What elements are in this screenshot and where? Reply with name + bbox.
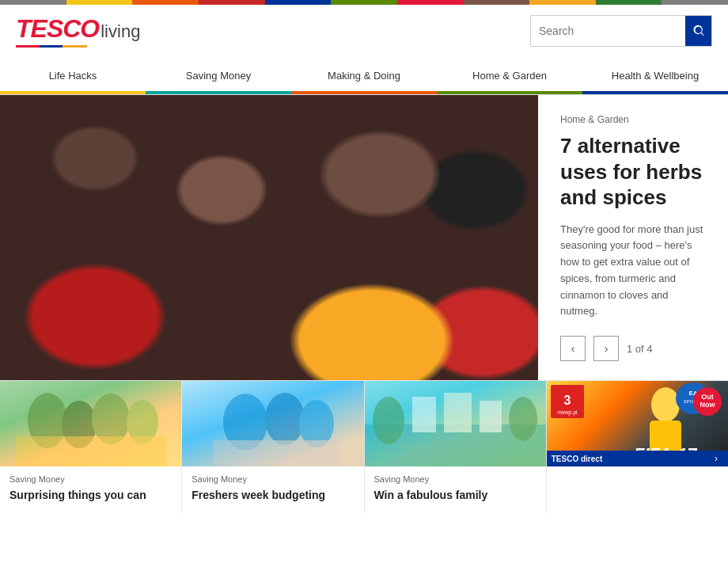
svg-rect-11: [444, 393, 472, 432]
hero-title: 7 alternative uses for herbs and spices: [560, 133, 706, 211]
search-bar: [530, 15, 712, 47]
cards-row: Saving Money Surprising things you can S…: [0, 381, 728, 513]
card-1: Saving Money Surprising things you can: [0, 381, 182, 513]
card-2: Saving Money Freshers week budgeting: [182, 381, 364, 513]
card-2-image: [182, 381, 363, 466]
nav-item-health-wellbeing[interactable]: Health & Wellbeing: [582, 57, 728, 94]
nav-item-saving-money[interactable]: Saving Money: [146, 57, 291, 94]
search-input[interactable]: [531, 16, 685, 46]
hero-prev-button[interactable]: ‹: [560, 336, 586, 361]
card-3-body: Saving Money Win a fabulous family: [365, 466, 546, 513]
card-2-title: Freshers week budgeting: [191, 488, 354, 502]
card-2-body: Saving Money Freshers week budgeting: [182, 466, 363, 513]
card-2-category: Saving Money: [191, 474, 354, 484]
hero-next-button[interactable]: ›: [593, 336, 619, 361]
svg-rect-10: [412, 397, 436, 432]
hero-section: Home & Garden 7 alternative uses for her…: [0, 95, 728, 381]
hero-counter: 1 of 4: [627, 343, 653, 355]
logo-tesco: TESCO: [16, 14, 99, 44]
header: TESCO living: [0, 5, 728, 57]
card-3: Saving Money Win a fabulous family: [365, 381, 547, 513]
card-1-image: [0, 381, 181, 466]
card-3-image: [365, 381, 546, 466]
svg-rect-4: [16, 436, 166, 466]
card-1-title: Surprising things you can: [9, 488, 172, 502]
logo-underline: [16, 45, 87, 48]
svg-point-13: [373, 397, 404, 444]
logo[interactable]: TESCO living: [16, 14, 140, 48]
hero-navigation: ‹ › 1 of 4: [560, 320, 706, 361]
logo-living: living: [100, 21, 140, 42]
nav: Life Hacks Saving Money Making & Doing H…: [0, 57, 728, 95]
search-button[interactable]: [685, 16, 711, 46]
card-3-category: Saving Money: [374, 474, 537, 484]
hero-description: They're good for more than just seasonin…: [560, 222, 706, 321]
svg-point-19: [651, 387, 680, 422]
nav-item-home-garden[interactable]: Home & Garden: [437, 57, 582, 94]
rainbow-bar: [0, 0, 728, 5]
card-1-category: Saving Money: [9, 474, 172, 484]
hero-content: Home & Garden 7 alternative uses for her…: [538, 95, 728, 380]
svg-text:nwwp.pl: nwwp.pl: [557, 409, 578, 416]
hero-image: [0, 95, 538, 380]
svg-point-6: [265, 393, 305, 445]
card-3-title: Win a fabulous family: [374, 488, 537, 502]
card-4-arrow[interactable]: ›: [709, 451, 723, 466]
nav-item-life-hacks[interactable]: Life Hacks: [0, 57, 146, 94]
svg-rect-12: [480, 401, 502, 432]
svg-rect-8: [214, 440, 340, 466]
hero-category: Home & Garden: [560, 114, 706, 125]
svg-text:3: 3: [563, 394, 571, 407]
card-4[interactable]: 3 nwwp.pl FIFA 17 EA SPORTS OutNow: [547, 381, 728, 513]
svg-point-14: [509, 397, 537, 441]
tesco-direct-label: TESCO direct: [552, 455, 602, 463]
nav-item-making-doing[interactable]: Making & Doing: [291, 57, 437, 94]
card-1-body: Saving Money Surprising things you can: [0, 466, 181, 513]
